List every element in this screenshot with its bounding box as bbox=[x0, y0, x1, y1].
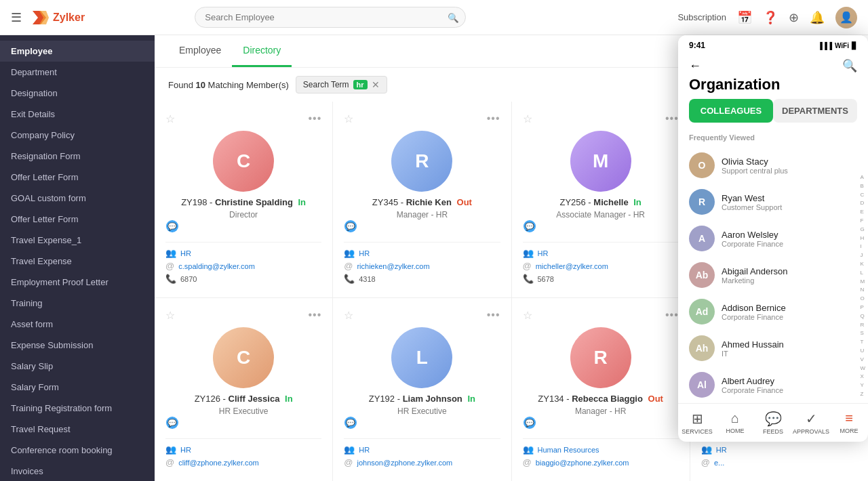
alpha-letter-C[interactable]: C bbox=[860, 191, 865, 200]
email-link[interactable]: c.spalding@zylker.com bbox=[178, 262, 255, 270]
department-link[interactable]: HR bbox=[359, 446, 370, 454]
mobile-contact-item[interactable]: R Ryan West Customer Support bbox=[678, 184, 868, 220]
sidebar-item-company-policy[interactable]: Company Policy bbox=[0, 125, 155, 146]
alpha-letter-N[interactable]: N bbox=[860, 286, 865, 295]
sidebar-item-travel-expense_1[interactable]: Travel Expense_1 bbox=[0, 230, 155, 251]
email-link[interactable]: richieken@zylker.com bbox=[357, 262, 429, 270]
search-button[interactable]: 🔍 bbox=[448, 12, 459, 22]
sidebar-item-salary-slip[interactable]: Salary Slip bbox=[0, 356, 155, 377]
alpha-letter-D[interactable]: D bbox=[860, 199, 865, 208]
mobile-contact-item[interactable]: Ah Ahmed Hussain IT bbox=[678, 330, 868, 367]
sidebar-item-employment-proof-letter[interactable]: Employment Proof Letter bbox=[0, 272, 155, 293]
email-link[interactable]: johnson@zphone.zylker.com bbox=[357, 459, 452, 467]
mobile-nav-approvals[interactable]: ✓ APPROVALS bbox=[792, 408, 830, 438]
alpha-letter-P[interactable]: P bbox=[860, 304, 865, 312]
sidebar-item-designation[interactable]: Designation bbox=[0, 83, 155, 104]
alpha-letter-Z[interactable]: Z bbox=[860, 390, 865, 399]
mobile-contact-item[interactable]: Al Albert Audrey Corporate Finance bbox=[678, 367, 868, 403]
alpha-letter-V[interactable]: V bbox=[860, 356, 865, 364]
star-button[interactable]: ☆ bbox=[523, 112, 532, 125]
alpha-letter-H[interactable]: H bbox=[860, 234, 865, 243]
mobile-nav-more[interactable]: ≡ MORE bbox=[830, 408, 868, 438]
more-button[interactable]: ••• bbox=[487, 112, 500, 125]
sidebar-item-employee[interactable]: Employee bbox=[0, 41, 155, 62]
alpha-letter-S[interactable]: S bbox=[860, 329, 865, 338]
alpha-letter-E[interactable]: E bbox=[860, 208, 865, 217]
mobile-contact-item[interactable]: O Olivia Stacy Support central plus bbox=[678, 147, 868, 184]
alpha-letter-R[interactable]: R bbox=[860, 321, 865, 330]
sidebar-item-offer-letter-form[interactable]: Offer Letter Form bbox=[0, 209, 155, 230]
department-link[interactable]: HR bbox=[180, 249, 191, 257]
department-link[interactable]: HR bbox=[716, 446, 727, 454]
department-link[interactable]: HR bbox=[359, 249, 370, 257]
star-button[interactable]: ☆ bbox=[165, 112, 175, 125]
more-button[interactable]: ••• bbox=[308, 309, 321, 321]
mobile-back-button[interactable]: ← bbox=[689, 59, 701, 73]
department-link[interactable]: HR bbox=[180, 446, 191, 454]
alpha-letter-T[interactable]: T bbox=[860, 338, 865, 347]
alpha-letter-L[interactable]: L bbox=[860, 269, 865, 278]
sidebar-item-goal-custom-form[interactable]: GOAL custom form bbox=[0, 188, 155, 209]
alpha-letter-W[interactable]: W bbox=[860, 364, 865, 373]
alpha-letter-B[interactable]: B bbox=[860, 182, 865, 191]
mobile-nav-services[interactable]: ⊞ SERVICES bbox=[678, 408, 716, 438]
alpha-letter-O[interactable]: O bbox=[860, 295, 865, 304]
more-button[interactable]: ••• bbox=[665, 112, 679, 125]
sidebar-item-exit-details[interactable]: Exit Details bbox=[0, 104, 155, 125]
add-icon[interactable]: ⊕ bbox=[789, 10, 799, 25]
star-button[interactable]: ☆ bbox=[523, 309, 532, 322]
sidebar-item-conference-room-booking[interactable]: Conference room booking bbox=[0, 440, 155, 461]
sidebar-item-asset-form[interactable]: Asset form bbox=[0, 314, 155, 335]
email-link[interactable]: biaggio@zphone.zylker.com bbox=[536, 459, 629, 467]
sidebar-item-salary-form[interactable]: Salary Form bbox=[0, 377, 155, 398]
user-avatar[interactable]: 👤 bbox=[835, 7, 857, 28]
alpha-letter-M[interactable]: M bbox=[860, 278, 865, 287]
alpha-letter-A[interactable]: A bbox=[860, 173, 865, 182]
mobile-nav-feeds[interactable]: 💬 FEEDS bbox=[754, 408, 792, 438]
alpha-letter-Q[interactable]: Q bbox=[860, 312, 865, 321]
more-button[interactable]: ••• bbox=[308, 112, 321, 125]
department-link[interactable]: Human Resources bbox=[538, 446, 599, 454]
alpha-letter-U[interactable]: U bbox=[860, 347, 865, 356]
email-link[interactable]: cliff@zphone.zylker.com bbox=[178, 459, 259, 467]
hamburger-icon[interactable]: ☰ bbox=[11, 10, 22, 25]
tab-employee[interactable]: Employee bbox=[168, 35, 232, 67]
sidebar-item-resignation-form[interactable]: Resignation Form bbox=[0, 146, 155, 167]
sidebar-item-offer-letter-form[interactable]: Offer Letter Form bbox=[0, 167, 155, 188]
email-link[interactable]: e... bbox=[714, 459, 724, 467]
sidebar-item-department[interactable]: Department bbox=[0, 62, 155, 83]
alpha-letter-F[interactable]: F bbox=[860, 217, 865, 226]
sidebar-item-travel-expense[interactable]: Travel Expense bbox=[0, 251, 155, 272]
sidebar-item-invoices[interactable]: Invoices bbox=[0, 461, 155, 481]
sidebar-item-training[interactable]: Training bbox=[0, 293, 155, 314]
search-input[interactable] bbox=[195, 7, 466, 28]
mobile-search-button[interactable]: 🔍 bbox=[842, 58, 857, 73]
mobile-contact-item[interactable]: A Aaron Welsley Corporate Finance bbox=[678, 220, 868, 257]
more-button[interactable]: ••• bbox=[487, 309, 500, 321]
star-button[interactable]: ☆ bbox=[344, 309, 353, 322]
alpha-letter-I[interactable]: I bbox=[860, 243, 865, 251]
star-button[interactable]: ☆ bbox=[165, 309, 175, 322]
logo[interactable]: Zylker bbox=[30, 8, 85, 27]
sidebar-item-training-registration-form[interactable]: Training Registration form bbox=[0, 398, 155, 419]
alpha-letter-G[interactable]: G bbox=[860, 226, 865, 234]
mobile-contact-item[interactable]: Ad Addison Bernice Corporate Finance bbox=[678, 293, 868, 330]
mobile-tab-departments[interactable]: DEPARTMENTS bbox=[773, 99, 857, 123]
mobile-tab-colleagues[interactable]: COLLEAGUES bbox=[689, 99, 773, 123]
close-tag-button[interactable]: ✕ bbox=[372, 79, 380, 90]
department-link[interactable]: HR bbox=[538, 249, 549, 257]
tab-directory[interactable]: Directory bbox=[232, 35, 292, 67]
alpha-letter-J[interactable]: J bbox=[860, 251, 865, 260]
more-button[interactable]: ••• bbox=[665, 309, 679, 321]
email-link[interactable]: micheller@zylker.com bbox=[536, 262, 608, 270]
help-icon[interactable]: ❓ bbox=[763, 10, 778, 25]
calendar-icon[interactable]: 📅 bbox=[737, 10, 752, 25]
alpha-letter-Y[interactable]: Y bbox=[860, 381, 865, 390]
mobile-nav-home[interactable]: ⌂ HOME bbox=[716, 408, 754, 438]
subscription-button[interactable]: Subscription bbox=[677, 12, 726, 22]
alpha-letter-K[interactable]: K bbox=[860, 260, 865, 269]
alpha-letter-X[interactable]: X bbox=[860, 373, 865, 381]
star-button[interactable]: ☆ bbox=[344, 112, 353, 125]
sidebar-item-expense-submission[interactable]: Expense Submission bbox=[0, 335, 155, 356]
notification-icon[interactable]: 🔔 bbox=[810, 10, 825, 25]
